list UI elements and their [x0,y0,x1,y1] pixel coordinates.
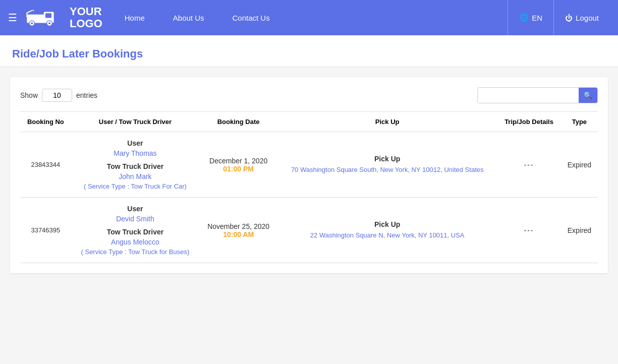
cell-user-driver: User Devid Smith Tow Truck Driver Angus … [71,198,199,263]
hamburger-icon[interactable]: ☰ [8,12,17,24]
language-button[interactable]: 🌐 EN [508,0,553,35]
svg-rect-2 [45,13,51,18]
bookings-card: Show entries 🔍 Booking No User / Tow Tru… [10,77,608,273]
cell-trip-details: --- [497,198,561,263]
nav-link-home[interactable]: Home [110,0,159,35]
search-box: 🔍 [477,87,598,103]
cell-booking-date: November 25, 2020 10:00 AM [199,198,277,263]
content-area: Show entries 🔍 Booking No User / Tow Tru… [0,67,618,283]
entries-label: entries [76,91,97,99]
nav-link-about[interactable]: About Us [159,0,218,35]
cell-type: Expired [561,132,598,198]
cell-booking-date: December 1, 2020 01:00 PM [199,132,277,198]
svg-line-8 [27,10,32,13]
page-header: Ride/Job Later Bookings [0,35,618,67]
language-label: EN [532,14,542,22]
col-booking-no: Booking No [20,112,71,132]
cell-type: Expired [561,198,598,263]
cell-booking-no: 23843344 [20,132,71,198]
svg-point-6 [48,22,50,24]
cell-user-driver: User Mary Thomas Tow Truck Driver John M… [71,132,199,198]
col-type: Type [561,112,598,132]
power-icon: ⏻ [565,14,573,22]
col-user-driver: User / Tow Truck Driver [71,112,199,132]
cell-trip-details: --- [497,132,561,198]
entries-input[interactable] [42,89,72,102]
col-trip-details: Trip/Job Details [497,112,561,132]
col-booking-date: Booking Date [199,112,277,132]
bookings-table: Booking No User / Tow Truck Driver Booki… [20,111,598,263]
table-row: 23843344 User Mary Thomas Tow Truck Driv… [20,132,598,198]
nav-left: ☰ YOUR [8,0,284,35]
table-row: 33746395 User Devid Smith Tow Truck Driv… [20,198,598,263]
show-label: Show [20,91,38,99]
logout-label: Logout [576,14,599,22]
page-title: Ride/Job Later Bookings [12,47,606,60]
navbar: ☰ YOUR [0,0,618,35]
cell-booking-no: 33746395 [20,198,71,263]
cell-pickup: Pick Up 22 Washington Square N, New York… [277,198,497,263]
search-input[interactable] [478,88,579,102]
logo-text: YOUR LOGO [70,6,102,30]
nav-links: Home About Us Contact Us [110,0,284,35]
show-entries: Show entries [20,89,97,102]
search-icon: 🔍 [584,91,592,99]
nav-right: 🌐 EN ⏻ Logout [508,0,610,35]
search-button[interactable]: 🔍 [579,88,597,103]
logo-area: YOUR LOGO [25,6,102,30]
logo-icon [25,7,66,29]
table-controls: Show entries 🔍 [20,87,598,103]
globe-icon: 🌐 [519,13,529,22]
col-pickup: Pick Up [277,112,497,132]
cell-pickup: Pick Up 70 Washington Square South, New … [277,132,497,198]
logout-button[interactable]: ⏻ Logout [553,0,610,35]
svg-point-4 [31,22,33,24]
table-header-row: Booking No User / Tow Truck Driver Booki… [20,112,598,132]
nav-link-contact[interactable]: Contact Us [218,0,284,35]
